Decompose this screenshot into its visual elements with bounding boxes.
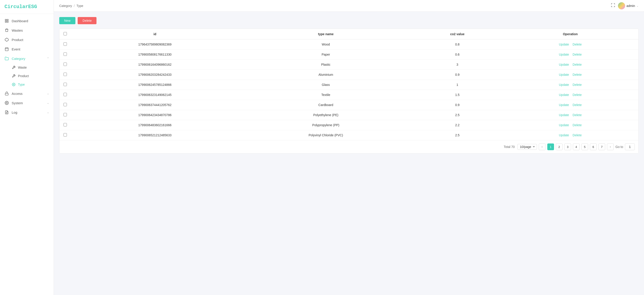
system-icon xyxy=(4,101,9,105)
sidebar-item-product-sub-label: Product xyxy=(18,74,29,78)
row-select-1[interactable] xyxy=(64,52,67,56)
row-select-7[interactable] xyxy=(64,113,67,116)
page-3-button[interactable]: 3 xyxy=(564,143,571,150)
delete-link-7[interactable]: Delete xyxy=(573,113,582,117)
row-select-3[interactable] xyxy=(64,73,67,76)
update-link-1[interactable]: Update xyxy=(559,53,569,56)
sidebar-item-category[interactable]: Category ⌃ xyxy=(0,54,54,63)
header-right: admin ⌄ xyxy=(611,2,638,9)
row-checkbox-8 xyxy=(60,120,71,130)
page-2-button[interactable]: 2 xyxy=(556,143,562,150)
row-operations-0: Update Delete xyxy=(502,39,638,49)
user-dropdown[interactable]: admin ⌄ xyxy=(618,2,638,9)
delete-link-0[interactable]: Delete xyxy=(573,43,582,46)
sidebar-item-waste[interactable]: Waste xyxy=(0,63,54,72)
update-link-9[interactable]: Update xyxy=(559,133,569,137)
sidebar-item-product-sub[interactable]: Product xyxy=(0,72,54,80)
prev-page-button[interactable]: ‹ xyxy=(539,143,546,150)
svg-marker-4 xyxy=(5,38,8,41)
svg-rect-3 xyxy=(7,21,8,22)
update-link-4[interactable]: Update xyxy=(559,83,569,86)
update-link-3[interactable]: Update xyxy=(559,73,569,76)
goto-input[interactable] xyxy=(625,143,635,150)
access-chevron-icon: ⌄ xyxy=(47,92,49,95)
update-link-0[interactable]: Update xyxy=(559,43,569,46)
avatar xyxy=(618,2,625,9)
page-5-button[interactable]: 5 xyxy=(582,143,588,150)
row-select-0[interactable] xyxy=(64,42,67,46)
page-size-select[interactable]: 10/page 20/page 50/page xyxy=(518,144,537,150)
new-button[interactable]: New xyxy=(59,17,76,24)
row-select-6[interactable] xyxy=(64,103,67,106)
sidebar-item-system-label: System xyxy=(12,101,23,105)
sidebar-item-type[interactable]: Type xyxy=(0,80,54,89)
delete-link-3[interactable]: Delete xyxy=(573,73,582,76)
row-co2-value-9: 2.5 xyxy=(412,130,502,140)
row-type-name-2: Plastic xyxy=(239,60,413,70)
row-select-9[interactable] xyxy=(64,133,67,137)
row-select-4[interactable] xyxy=(64,83,67,86)
row-type-name-6: Cardboard xyxy=(239,100,413,110)
svg-rect-0 xyxy=(5,19,6,20)
delete-link-9[interactable]: Delete xyxy=(573,133,582,137)
select-all-checkbox[interactable] xyxy=(64,32,67,35)
sidebar-item-event[interactable]: Event xyxy=(0,44,54,54)
delete-button[interactable]: Delete xyxy=(78,17,96,24)
update-link-2[interactable]: Update xyxy=(559,63,569,66)
row-id-6: 1799006374441205762 xyxy=(71,100,239,110)
svg-rect-10 xyxy=(5,93,8,95)
sidebar-item-system[interactable]: System ⌄ xyxy=(0,98,54,108)
page-4-button[interactable]: 4 xyxy=(573,143,580,150)
sidebar-nav: Dashboard Wastes Product Event xyxy=(0,14,54,119)
sidebar-item-access[interactable]: Access ⌄ xyxy=(0,89,54,98)
sidebar-item-log[interactable]: Log ⌄ xyxy=(0,108,54,117)
event-icon xyxy=(4,47,9,51)
row-operations-2: Update Delete xyxy=(502,60,638,70)
row-type-name-8: Polypropylene (PP) xyxy=(239,120,413,130)
gear-icon xyxy=(12,82,16,86)
wrench-icon xyxy=(12,65,16,69)
next-page-button[interactable]: › xyxy=(607,143,614,150)
row-checkbox-0 xyxy=(60,39,71,49)
delete-link-5[interactable]: Delete xyxy=(573,93,582,97)
update-link-8[interactable]: Update xyxy=(559,123,569,127)
table-row: 1799005808176611330 Paper 0.6 Update Del… xyxy=(60,49,638,60)
sidebar-item-wastes[interactable]: Wastes xyxy=(0,25,54,35)
row-co2-value-4: 1 xyxy=(412,80,502,90)
row-type-name-0: Wood xyxy=(239,39,413,49)
page-header: Category / Type admin ⌄ xyxy=(54,0,644,12)
sidebar-item-product[interactable]: Product xyxy=(0,35,54,44)
update-link-5[interactable]: Update xyxy=(559,93,569,97)
page-7-button[interactable]: 7 xyxy=(598,143,605,150)
row-co2-value-8: 2.2 xyxy=(412,120,502,130)
col-co2-value: co2 value xyxy=(412,29,502,39)
update-link-6[interactable]: Update xyxy=(559,103,569,107)
row-id-2: 1799006164096860162 xyxy=(71,60,239,70)
page-1-button[interactable]: 1 xyxy=(547,143,554,150)
row-id-3: 1799006203284242433 xyxy=(71,70,239,80)
row-id-4: 1799006245785124866 xyxy=(71,80,239,90)
update-link-7[interactable]: Update xyxy=(559,113,569,117)
sidebar-item-wastes-label: Wastes xyxy=(12,28,23,32)
col-operation: Operation xyxy=(502,29,638,39)
app-logo: CircularESG xyxy=(0,0,54,14)
user-chevron-icon: ⌄ xyxy=(636,4,638,7)
sidebar-item-dashboard[interactable]: Dashboard xyxy=(0,16,54,25)
table-row: 1799006423434870786 Polyethylene (PE) 2.… xyxy=(60,110,638,120)
row-select-2[interactable] xyxy=(64,62,67,66)
delete-link-8[interactable]: Delete xyxy=(573,123,582,127)
page-6-button[interactable]: 6 xyxy=(590,143,597,150)
breadcrumb-type: Type xyxy=(76,4,83,8)
row-select-8[interactable] xyxy=(64,123,67,126)
row-checkbox-7 xyxy=(60,110,71,120)
expand-icon[interactable] xyxy=(611,3,615,8)
delete-link-2[interactable]: Delete xyxy=(573,63,582,66)
sidebar-item-waste-label: Waste xyxy=(18,66,27,69)
delete-link-6[interactable]: Delete xyxy=(573,103,582,107)
row-select-5[interactable] xyxy=(64,93,67,96)
delete-link-4[interactable]: Delete xyxy=(573,83,582,86)
row-checkbox-9 xyxy=(60,130,71,140)
row-operations-5: Update Delete xyxy=(502,90,638,100)
delete-link-1[interactable]: Delete xyxy=(573,53,582,56)
table-row: 1799006245785124866 Glass 1 Update Delet… xyxy=(60,80,638,90)
